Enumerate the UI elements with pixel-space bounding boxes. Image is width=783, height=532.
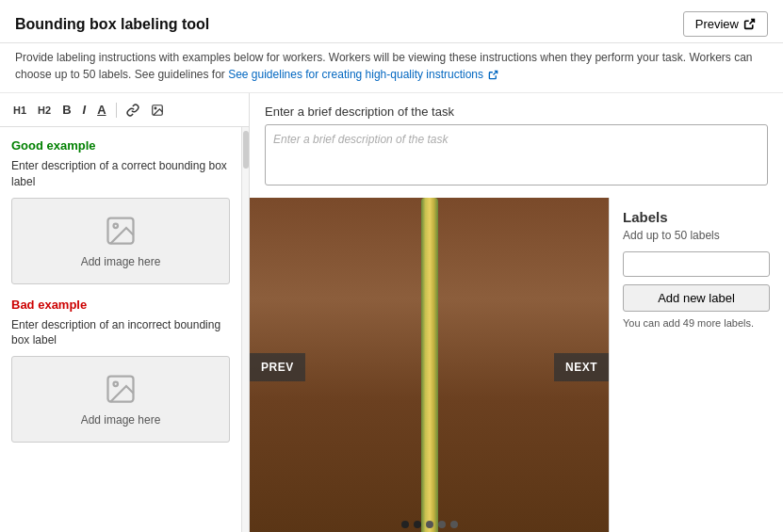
bold-button[interactable]: B <box>58 101 74 119</box>
bad-image-placeholder-icon <box>104 372 138 406</box>
bottom-content: PREV NEXT Labels Add up to 50 labels <box>250 198 783 532</box>
left-panel: H1 H2 B I A <box>0 93 250 532</box>
italic-button[interactable]: I <box>79 101 90 119</box>
left-scrollbar-thumb[interactable] <box>243 131 249 169</box>
toolbar-divider <box>116 103 117 118</box>
good-image-placeholder-text: Add image here <box>81 255 161 268</box>
svg-point-3 <box>114 223 119 228</box>
image-button[interactable] <box>147 102 168 119</box>
good-example-desc: Enter description of a correct bounding … <box>11 158 230 190</box>
preview-button[interactable]: Preview <box>683 11 768 37</box>
labels-title: Labels <box>623 209 770 225</box>
task-description-section: Enter a brief description of the task <box>250 93 783 198</box>
dot-1[interactable] <box>401 521 409 528</box>
next-button[interactable]: NEXT <box>554 353 609 381</box>
good-example-label: Good example <box>11 138 230 153</box>
h1-button[interactable]: H1 <box>9 103 30 118</box>
image-viewer: PREV NEXT <box>250 198 609 532</box>
editor-toolbar: H1 H2 B I A <box>0 93 249 127</box>
main-area: H1 H2 B I A <box>0 93 783 532</box>
left-scrollbar[interactable] <box>241 127 249 532</box>
image-placeholder-icon <box>104 214 138 248</box>
external-link-small-icon <box>488 70 498 80</box>
labels-panel: Labels Add up to 50 labels Add new label… <box>609 198 783 532</box>
labels-subtitle: Add up to 50 labels <box>623 229 770 242</box>
right-area: Enter a brief description of the task PR… <box>250 93 783 532</box>
prev-button[interactable]: PREV <box>250 353 305 381</box>
h2-button[interactable]: H2 <box>34 103 55 118</box>
guidelines-link[interactable]: See guidelines for creating high-quality… <box>228 68 498 81</box>
svg-point-1 <box>155 107 156 109</box>
plant-stem <box>421 198 438 532</box>
dot-indicators <box>401 521 458 528</box>
subtext-area: Provide labeling instructions with examp… <box>0 43 783 93</box>
add-label-button[interactable]: Add new label <box>623 284 770 312</box>
dot-3[interactable] <box>426 521 433 528</box>
bad-example-image-placeholder[interactable]: Add image here <box>11 356 230 443</box>
image-toolbar-icon <box>151 104 164 117</box>
page-title: Bounding box labeling tool <box>15 16 209 33</box>
dot-5[interactable] <box>450 521 458 528</box>
good-example-image-placeholder[interactable]: Add image here <box>11 198 230 284</box>
preview-label: Preview <box>695 17 739 31</box>
svg-point-5 <box>114 382 119 387</box>
left-content: Good example Enter description of a corr… <box>0 127 241 532</box>
link-button[interactable] <box>122 102 143 119</box>
task-description-input[interactable] <box>265 124 768 185</box>
dot-4[interactable] <box>438 521 446 528</box>
link-icon <box>126 104 139 117</box>
task-description-label: Enter a brief description of the task <box>265 105 768 119</box>
label-input[interactable] <box>623 251 770 277</box>
dot-2[interactable] <box>414 521 421 528</box>
bad-example-desc: Enter description of an incorrect boundi… <box>11 317 230 349</box>
bad-example-label: Bad example <box>11 298 230 312</box>
bad-image-placeholder-text: Add image here <box>81 413 161 427</box>
external-link-icon <box>743 18 756 30</box>
labels-note: You can add 49 more labels. <box>623 317 770 329</box>
underline-button[interactable]: A <box>93 101 109 119</box>
header: Bounding box labeling tool Preview <box>0 0 783 43</box>
